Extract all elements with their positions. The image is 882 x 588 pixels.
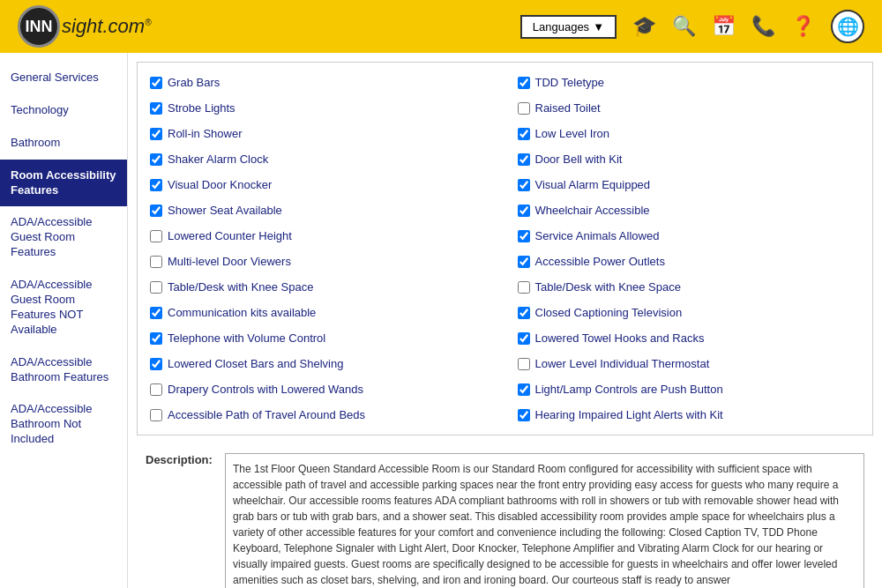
- feature-checkbox[interactable]: [518, 281, 530, 294]
- feature-item: Roll-in Shower: [146, 123, 497, 145]
- feature-label: Light/Lamp Controls are Push Button: [535, 383, 723, 396]
- feature-label: Accessible Power Outlets: [535, 255, 665, 268]
- feature-label: Hearing Impaired Light Alerts with Kit: [535, 408, 723, 421]
- feature-checkbox[interactable]: [150, 153, 162, 166]
- sidebar-item-ada-not-available[interactable]: ADA/Accessible Guest Room Features NOT A…: [0, 269, 127, 346]
- sidebar: General Services Technology Bathroom Roo…: [0, 53, 128, 588]
- feature-item: Accessible Power Outlets: [514, 250, 864, 272]
- feature-checkbox[interactable]: [518, 409, 530, 421]
- feature-label: Table/Desk with Knee Space: [168, 280, 313, 294]
- feature-checkbox[interactable]: [150, 102, 162, 115]
- feature-item: Table/Desk with Knee Space: [514, 276, 864, 298]
- feature-checkbox[interactable]: [518, 102, 530, 115]
- sidebar-item-general-services[interactable]: General Services: [0, 62, 127, 94]
- feature-checkbox[interactable]: [518, 153, 530, 166]
- feature-checkbox[interactable]: [518, 332, 530, 345]
- feature-item: Accessible Path of Travel Around Beds: [146, 404, 497, 426]
- feature-item: Lower Level Individual Thermostat: [514, 353, 864, 375]
- feature-checkbox[interactable]: [518, 256, 530, 268]
- feature-item: Service Animals Allowed: [514, 225, 864, 247]
- feature-item: Raised Toilet: [514, 97, 864, 119]
- feature-label: Raised Toilet: [535, 101, 601, 115]
- feature-checkbox[interactable]: [150, 205, 162, 217]
- description-label: Description:: [146, 453, 216, 466]
- feature-item: Grab Bars: [146, 71, 497, 93]
- feature-checkbox[interactable]: [150, 307, 162, 319]
- sidebar-item-ada-bathroom-features[interactable]: ADA/Accessible Bathroom Features: [0, 346, 127, 394]
- feature-item: Wheelchair Accessible: [514, 199, 864, 221]
- help-icon[interactable]: ❓: [791, 15, 815, 38]
- logo-area: INN sight.com®: [18, 5, 152, 48]
- feature-item: Visual Door Knocker: [146, 174, 497, 196]
- feature-item: Telephone with Volume Control: [146, 327, 497, 349]
- feature-checkbox[interactable]: [518, 358, 530, 370]
- logo-inn: INN: [26, 18, 53, 36]
- sidebar-item-technology[interactable]: Technology: [0, 94, 127, 127]
- feature-item: Low Level Iron: [514, 123, 864, 145]
- feature-label: Accessible Path of Travel Around Beds: [168, 408, 365, 421]
- feature-label: Door Bell with Kit: [535, 153, 623, 166]
- graduation-icon[interactable]: 🎓: [632, 15, 656, 38]
- feature-label: Drapery Controls with Lowered Wands: [168, 383, 363, 396]
- description-area: Description: The 1st Floor Queen Standar…: [128, 444, 882, 588]
- logo-icon: INN: [18, 5, 60, 48]
- feature-checkbox[interactable]: [150, 409, 162, 421]
- feature-item: TDD Teletype: [514, 71, 864, 93]
- logo-text: sight.com®: [62, 15, 152, 38]
- sidebar-item-room-accessibility[interactable]: Room Accessibility Features: [0, 160, 127, 207]
- feature-checkbox[interactable]: [518, 179, 530, 191]
- feature-item: Lowered Towel Hooks and Racks: [514, 327, 864, 349]
- feature-label: Roll-in Shower: [168, 127, 243, 140]
- feature-item: Shaker Alarm Clock: [146, 148, 497, 170]
- feature-checkbox[interactable]: [518, 128, 530, 140]
- search-icon[interactable]: 🔍: [672, 15, 696, 38]
- feature-label: TDD Teletype: [535, 76, 605, 89]
- sidebar-item-bathroom[interactable]: Bathroom: [0, 127, 127, 160]
- features-grid: Grab BarsTDD TeletypeStrobe LightsRaised…: [137, 62, 873, 435]
- feature-checkbox[interactable]: [518, 205, 530, 217]
- description-text: The 1st Floor Queen Standard Accessible …: [225, 453, 864, 588]
- header-icons: Languages ▼ 🎓 🔍 📅 📞 ❓ 🌐: [520, 10, 864, 43]
- feature-label: Low Level Iron: [535, 127, 610, 140]
- sidebar-item-ada-bathroom-not-included[interactable]: ADA/Accessible Bathroom Not Included: [0, 393, 127, 456]
- feature-checkbox[interactable]: [150, 128, 162, 140]
- feature-checkbox[interactable]: [150, 256, 162, 268]
- feature-item: Communication kits available: [146, 301, 497, 324]
- feature-label: Service Animals Allowed: [535, 229, 660, 242]
- feature-item: Lowered Counter Height: [146, 225, 497, 247]
- feature-label: Lower Level Individual Thermostat: [535, 357, 710, 370]
- feature-checkbox[interactable]: [150, 358, 162, 370]
- feature-checkbox[interactable]: [150, 77, 162, 89]
- feature-item: Door Bell with Kit: [514, 148, 864, 170]
- feature-item: Drapery Controls with Lowered Wands: [146, 378, 497, 400]
- feature-checkbox[interactable]: [518, 230, 530, 242]
- feature-item: Strobe Lights: [146, 97, 497, 119]
- feature-label: Multi-level Door Viewers: [168, 255, 291, 268]
- feature-label: Lowered Closet Bars and Shelving: [168, 357, 343, 370]
- feature-label: Telephone with Volume Control: [168, 331, 325, 345]
- feature-label: Shaker Alarm Clock: [168, 153, 268, 166]
- feature-checkbox[interactable]: [150, 281, 162, 294]
- calendar-icon[interactable]: 📅: [712, 15, 736, 38]
- feature-label: Visual Alarm Equipped: [535, 178, 651, 191]
- feature-checkbox[interactable]: [150, 332, 162, 345]
- feature-item: Multi-level Door Viewers: [146, 250, 497, 272]
- feature-item: Hearing Impaired Light Alerts with Kit: [514, 404, 864, 426]
- feature-label: Closed Captioning Television: [535, 306, 683, 319]
- language-button[interactable]: Languages ▼: [520, 15, 617, 39]
- phone-icon[interactable]: 📞: [751, 15, 775, 38]
- feature-item: Visual Alarm Equipped: [514, 174, 864, 196]
- user-icon[interactable]: 🌐: [831, 10, 864, 43]
- feature-checkbox[interactable]: [150, 383, 162, 396]
- feature-item: Table/Desk with Knee Space: [146, 276, 497, 298]
- feature-checkbox[interactable]: [518, 383, 530, 396]
- feature-checkbox[interactable]: [518, 307, 530, 319]
- header: INN sight.com® Languages ▼ 🎓 🔍 📅 📞 ❓ 🌐: [0, 0, 882, 53]
- feature-label: Grab Bars: [168, 76, 220, 89]
- feature-checkbox[interactable]: [150, 230, 162, 242]
- content-area: Grab BarsTDD TeletypeStrobe LightsRaised…: [128, 53, 882, 588]
- feature-checkbox[interactable]: [518, 77, 530, 89]
- sidebar-item-ada-features[interactable]: ADA/Accessible Guest Room Features: [0, 206, 127, 269]
- feature-label: Visual Door Knocker: [168, 178, 272, 191]
- feature-checkbox[interactable]: [150, 179, 162, 191]
